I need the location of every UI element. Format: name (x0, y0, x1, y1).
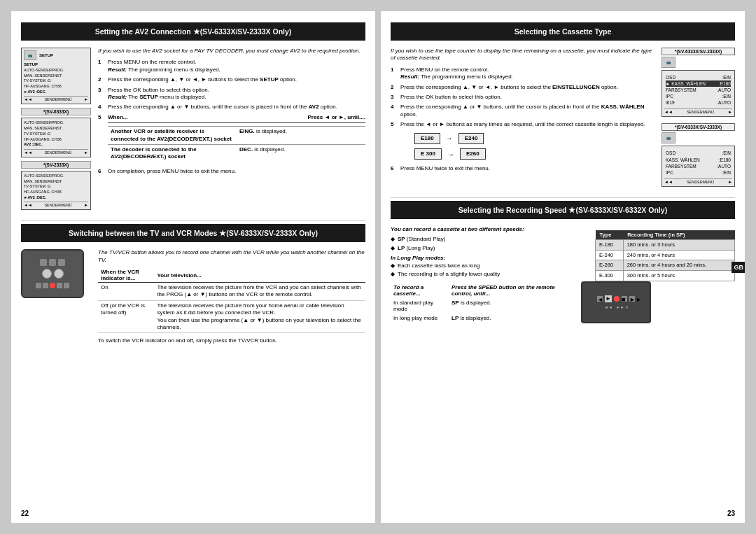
av2-section: Setting the AV2 Connection ★(SV-6333X/SV… (21, 22, 365, 213)
to-record-box: To record a cassette... Press the SPEED … (391, 283, 574, 323)
step-1: 1 Press MENU on the remote control. Resu… (98, 59, 365, 73)
switch-text: The TV/VCR button allows you to record o… (98, 249, 365, 345)
switch-header: Switching between the TV and VCR Modes ★… (21, 224, 365, 242)
cassette-step-3: 3 Press the OK button to select this opt… (391, 94, 654, 101)
step-3: 3 Press the OK button to select this opt… (98, 87, 365, 101)
e300-row: E-300 300 mins. or 5 hours (596, 271, 735, 281)
recording-speed-text: You can record a cassette at two differe… (391, 226, 574, 323)
setup-screen-sv2333x: AUTO-SENDERPROG. MAN. SENDEREINST. TV-SY… (21, 171, 91, 210)
indicator-row-off: Off (or the VCR is turned off) The telev… (98, 300, 365, 333)
cassette-step-1: 1 Press MENU on the remote control. Resu… (391, 66, 654, 81)
e240-row: E-240 240 mins. or 4 hours (596, 250, 735, 260)
lp-bullet-2: ◆ The recording is of a slightly lower q… (391, 271, 574, 278)
switch-note: To switch the VCR indicator on and off, … (98, 337, 365, 344)
av2-header: Setting the AV2 Connection ★(SV-6333X/SV… (21, 22, 365, 41)
cassette-screen-1: *(SV-6333X/SV-2333X) 📺 OSD:EIN ► KASS. W… (662, 48, 735, 120)
recording-speed-right: Type Recording Time (in SP) E-180 180 mi… (581, 226, 735, 323)
when-table: Another VCR or satellite receiver is con… (108, 126, 365, 162)
sv2333x-label: *(SV-2333X) (21, 161, 91, 169)
lp-bullet: ◆ LP (Long Play) (391, 245, 574, 252)
sv6333x-label: *(SV-6333X) (21, 108, 91, 115)
cassette-diagram-2: E 300 → E260 (400, 148, 654, 160)
lp-mode-row: In long play mode LP is displayed. (391, 314, 574, 323)
setup-screen-initial: 📺 SETUP SETUP AUTO-SENDERPROG. MAN. SEND… (21, 48, 91, 104)
long-play-header: In Long Play modes: (391, 255, 574, 261)
cassette-step-4: 4 Press the corresponding ▲ or ▼ buttons… (391, 104, 654, 118)
speed-intro: You can record a cassette at two differe… (391, 226, 574, 233)
av2-content: 📺 SETUP SETUP AUTO-SENDERPROG. MAN. SEND… (21, 48, 365, 213)
vcr-transport: ◄◄ ► ■ ►► ◄◄ ►► II (581, 281, 651, 323)
page-right: GB Selecting the Cassette Type If you wi… (381, 11, 745, 523)
cassette-step-5: 5 Press the ◄ or ► buttons as many times… (391, 121, 654, 162)
cassette-intro: If you wish to use the tape counter to d… (391, 48, 654, 62)
cassette-step-2: 2 Press the corresponding ▲, ▼ or ◄, ► b… (391, 84, 654, 91)
page-number-right: 23 (727, 510, 735, 517)
setup-screen-sv6333x: AUTO-SENDERPROG. MAN. SENDEREINST. TV-SY… (21, 118, 91, 157)
step-2: 2 Press the corresponding ▲, ▼ or ◄, ► b… (98, 76, 365, 83)
vcr-remote (21, 249, 84, 298)
recording-speed-header: Selecting the Recording Speed ★(SV-6333X… (391, 201, 735, 219)
cassette-screens: *(SV-6333X/SV-2333X) 📺 OSD:EIN ► KASS. W… (662, 48, 735, 190)
recording-speed-content: You can record a cassette at two differe… (391, 226, 735, 323)
recording-time-table: Type Recording Time (in SP) E-180 180 mi… (595, 230, 735, 281)
switch-intro: The TV/VCR button allows you to record o… (98, 249, 365, 264)
cassette-header: Selecting the Cassette Type (391, 22, 735, 41)
step-6: 6 On completion, press MENU twice to exi… (98, 168, 365, 175)
when-row-1: Another VCR or satellite receiver is con… (108, 127, 365, 145)
step-5: 5 When... Press ◄ or ►, until.... Anothe… (98, 114, 365, 165)
av2-intro: If you wish to use the AV2 socket for a … (98, 48, 365, 55)
av2-screens: 📺 SETUP SETUP AUTO-SENDERPROG. MAN. SEND… (21, 48, 91, 213)
sp-mode-row: In standard play mode SP is displayed. (391, 298, 574, 314)
recording-speed-section: Selecting the Recording Speed ★(SV-6333X… (391, 201, 735, 323)
page-number-left: 22 (21, 510, 29, 517)
cassette-content: If you wish to use the tape counter to d… (391, 48, 735, 190)
step-4: 4 Press the corresponding ▲ or ▼ buttons… (98, 104, 365, 111)
to-record-table: To record a cassette... Press the SPEED … (391, 283, 574, 323)
av2-instructions: If you wish to use the AV2 socket for a … (98, 48, 365, 213)
sp-bullet: ◆ SP (Standard Play) (391, 236, 574, 243)
av2-steps: 1 Press MENU on the remote control. Resu… (98, 59, 365, 175)
switch-content: The TV/VCR button allows you to record o… (21, 249, 365, 345)
page-left: Setting the AV2 Connection ★(SV-6333X/SV… (11, 11, 375, 523)
cassette-section: Selecting the Cassette Type If you wish … (391, 22, 735, 190)
cassette-step-6: 6 Press MENU twice to exit the menu. (391, 165, 654, 172)
cassette-diagram: E180 → E240 (400, 133, 654, 144)
indicator-table: When the VCR indicator is... Your televi… (98, 268, 365, 333)
e260-row: E-260 260 mins. or 4 hours and 20 mins. (596, 260, 735, 271)
gb-badge: GB (732, 262, 746, 273)
e180-row: E-180 180 mins. or 3 hours (596, 239, 735, 250)
lp-bullet-1: ◆ Each cassette lasts twice as long (391, 262, 574, 269)
cassette-instructions: If you wish to use the tape counter to d… (391, 48, 654, 190)
cassette-screen-2: *(SV-6333X/SV-2333X) 📺 OSD:EIN KASS. WÄH… (662, 123, 735, 190)
switch-section: Switching between the TV and VCR Modes ★… (21, 224, 365, 345)
cassette-steps: 1 Press MENU on the remote control. Resu… (391, 66, 654, 173)
when-row-2: The decoder is connected to the AV2(DECO… (108, 144, 365, 162)
indicator-row-on: On The television receives the picture f… (98, 283, 365, 301)
switch-images (21, 249, 91, 345)
